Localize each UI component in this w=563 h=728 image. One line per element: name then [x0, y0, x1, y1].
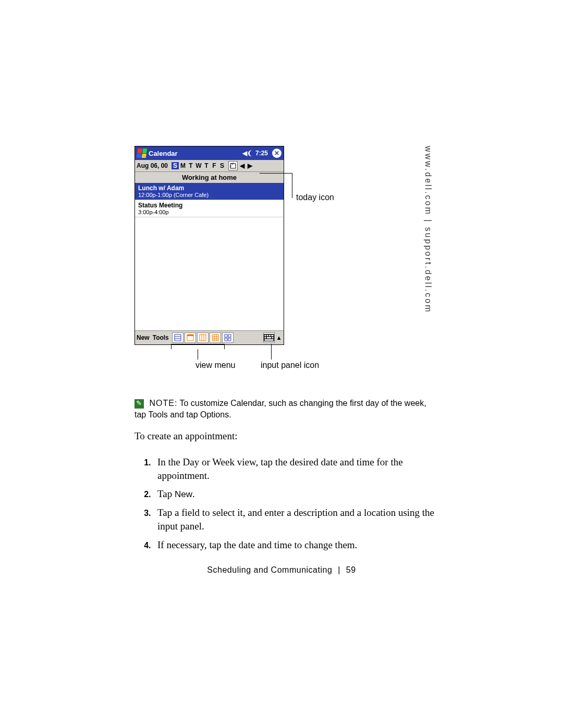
svg-rect-1	[175, 335, 181, 341]
view-agenda-icon[interactable]	[172, 332, 183, 343]
day-F[interactable]: F	[211, 162, 218, 169]
appointment-details: 3:00p-4:00p	[138, 209, 280, 215]
day-M[interactable]: M	[179, 162, 187, 169]
new-menu[interactable]: New	[137, 334, 150, 341]
view-day-icon[interactable]	[185, 332, 196, 343]
appointment-item[interactable]: Lunch w/ Adam 12:00p-1:00p (Corner Cafe)	[135, 183, 284, 200]
start-menu-icon[interactable]	[137, 149, 148, 158]
callout-line	[292, 173, 292, 198]
day-T[interactable]: T	[187, 162, 194, 169]
speaker-icon[interactable]: ◀❨	[242, 150, 252, 157]
footer-separator: |	[338, 565, 340, 574]
callout-line	[224, 344, 225, 349]
svg-rect-15	[228, 335, 231, 337]
svg-rect-26	[264, 339, 273, 341]
prev-arrow-icon[interactable]: ◀	[238, 162, 246, 169]
svg-rect-17	[228, 338, 231, 341]
input-panel-icon[interactable]	[263, 332, 275, 343]
callout-line	[171, 344, 172, 349]
svg-rect-9	[212, 335, 218, 341]
pda-screenshot: Calendar ◀❨ 7:25 ✕ Aug 06, 00 S M T W T …	[134, 146, 284, 345]
all-day-banner: Working at home	[135, 172, 284, 183]
svg-rect-14	[225, 335, 227, 337]
appointment-details: 12:00p-1:00p (Corner Cafe)	[138, 192, 280, 198]
callout-line	[260, 173, 292, 174]
day-S[interactable]: S	[172, 162, 179, 169]
title-bar: Calendar ◀❨ 7:25 ✕	[135, 146, 284, 160]
svg-rect-20	[267, 335, 268, 336]
svg-rect-22	[271, 335, 273, 336]
tools-menu[interactable]: Tools	[153, 334, 169, 341]
step-1: In the Day or Week view, tap the desired…	[153, 455, 440, 482]
date-bar: Aug 06, 00 S M T W T F S ◀ ▶	[135, 160, 284, 172]
callout-line	[198, 349, 198, 360]
day-T2[interactable]: T	[203, 162, 210, 169]
callout-line	[171, 344, 224, 344]
svg-rect-24	[267, 337, 272, 339]
svg-rect-5	[187, 335, 193, 336]
next-arrow-icon[interactable]: ▶	[246, 162, 253, 169]
view-year-icon[interactable]	[222, 332, 234, 343]
svg-rect-16	[225, 338, 227, 341]
note-icon	[134, 399, 144, 409]
appointment-title: Lunch w/ Adam	[138, 184, 280, 192]
callout-input-panel-label: input panel icon	[261, 361, 319, 370]
callout-today-label: today icon	[296, 193, 334, 202]
svg-rect-19	[264, 335, 266, 336]
footer-page-number: 59	[346, 565, 356, 574]
appointment-title: Status Meeting	[138, 202, 280, 209]
step-4: If necessary, tap the date and time to c…	[153, 538, 440, 552]
current-date-label: Aug 06, 00	[137, 162, 168, 169]
step-3: Tap a field to select it, and enter a de…	[153, 506, 440, 533]
intro-text: To create an appointment:	[134, 430, 238, 442]
view-week-icon[interactable]	[197, 332, 209, 343]
app-title: Calendar	[149, 150, 240, 157]
page-footer: Scheduling and Communicating | 59	[0, 565, 563, 575]
close-icon[interactable]: ✕	[272, 149, 282, 158]
svg-rect-6	[200, 335, 206, 341]
day-W[interactable]: W	[195, 162, 202, 169]
svg-rect-23	[264, 337, 266, 339]
steps-list: In the Day or Week view, tap the desired…	[141, 455, 440, 557]
step-2: Tap New.	[153, 487, 440, 501]
view-month-icon[interactable]	[210, 332, 221, 343]
command-bar: New Tools ▴	[135, 330, 284, 344]
note-prefix: NOTE:	[149, 399, 177, 408]
clock-text: 7:25	[255, 150, 268, 157]
footer-section: Scheduling and Communicating	[207, 565, 332, 574]
appointment-item[interactable]: Status Meeting 3:00p-4:00p	[135, 200, 284, 217]
input-panel-arrow-icon[interactable]: ▴	[276, 334, 282, 341]
note-text: To customize Calendar, such as changing …	[134, 399, 426, 419]
svg-rect-25	[272, 337, 274, 339]
side-url-text: www.dell.com | support.dell.com	[423, 146, 433, 313]
day-S2[interactable]: S	[218, 162, 226, 169]
svg-rect-21	[269, 335, 271, 336]
note-block: NOTE: To customize Calendar, such as cha…	[134, 398, 426, 420]
callout-view-menu-label: view menu	[195, 361, 235, 370]
callout-line	[271, 344, 272, 360]
today-icon[interactable]	[228, 161, 238, 170]
